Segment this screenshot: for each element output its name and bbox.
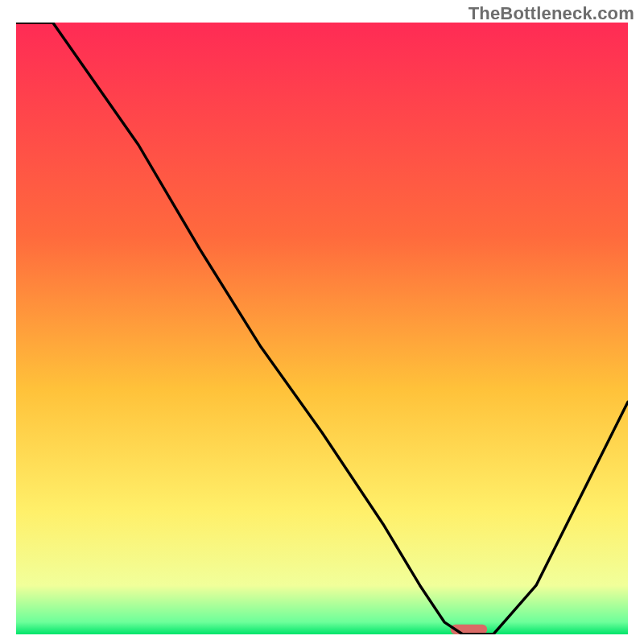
bottleneck-chart — [16, 23, 628, 634]
chart-background — [16, 23, 628, 634]
watermark-text: TheBottleneck.com — [469, 3, 634, 24]
